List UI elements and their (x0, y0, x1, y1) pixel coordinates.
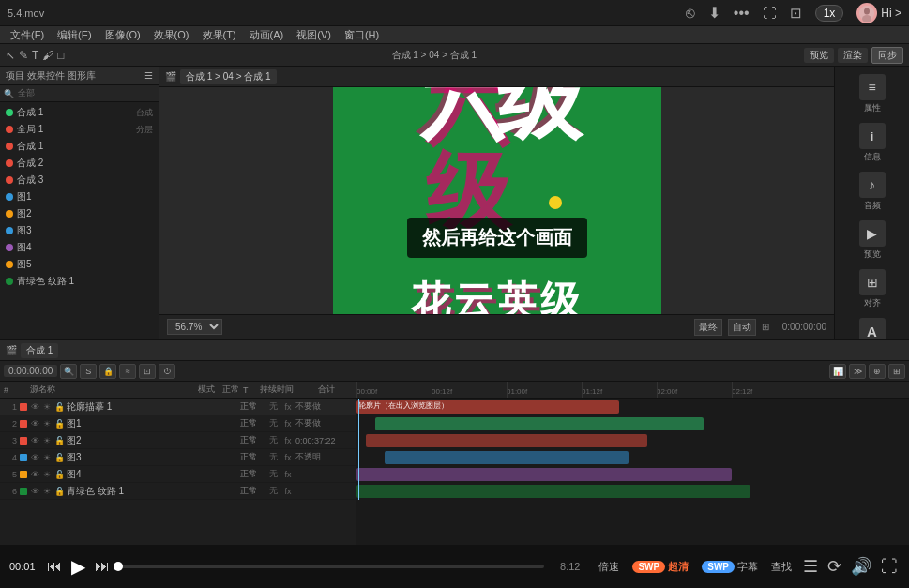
fx-icon[interactable]: fx (283, 402, 293, 412)
motion-dot[interactable] (549, 196, 562, 209)
toolbar-icon-pen[interactable]: ✎ (19, 49, 28, 62)
list-item[interactable]: 图3 (2, 222, 157, 239)
toolbar-icon-select[interactable]: ↖ (6, 49, 15, 62)
progress-thumb[interactable] (114, 562, 123, 571)
menu-image[interactable]: 图像(O) (98, 27, 147, 43)
toolbar-icon-brush[interactable]: 🖌 (42, 49, 53, 62)
menu-animate[interactable]: 动画(A) (243, 27, 291, 43)
user-avatar-btn[interactable]: Hi > (856, 3, 901, 23)
table-row[interactable]: 3 👁 ☀ 🔓 图2 正常 无 fx 0:00:37:22 (0, 432, 356, 449)
lock-icon[interactable]: 🔓 (54, 419, 64, 429)
list-item[interactable]: 图2 (2, 205, 157, 222)
tl-snap-btn[interactable]: ⊕ (869, 364, 886, 379)
preview-mode-select[interactable]: 最终 (694, 319, 722, 336)
fx-icon[interactable]: fx (283, 487, 293, 496)
list-btn[interactable]: ☰ (801, 554, 820, 579)
toolbar-sync-btn[interactable]: 同步 (871, 47, 903, 64)
zi-mu-btn[interactable]: SWP 字幕 (698, 558, 762, 576)
toolbar-icon-text[interactable]: T (32, 49, 38, 62)
menu-view[interactable]: 视图(V) (290, 27, 338, 43)
fx-icon[interactable]: fx (283, 453, 293, 462)
menu-file[interactable]: 文件(F) (4, 27, 51, 43)
solo-icon[interactable]: ☀ (42, 419, 52, 429)
next-frame-btn[interactable]: ⏭ (93, 556, 112, 577)
lock-icon[interactable]: 🔓 (54, 402, 64, 412)
comp-tab[interactable]: 合成 1 > 04 > 合成 1 (180, 69, 277, 84)
rp-properties[interactable]: ≡ 属性 (835, 70, 909, 118)
menu-edit[interactable]: 编辑(E) (51, 27, 98, 43)
table-row[interactable]: 6 👁 ☀ 🔓 青绿色 纹路 1 正常 无 fx (0, 483, 356, 500)
solo-icon[interactable]: ☀ (42, 487, 52, 496)
tl-collapse-btn[interactable]: ⊡ (139, 364, 156, 379)
pixel-ratio-select[interactable]: 自动 (728, 319, 756, 336)
fullscreen-btn[interactable]: ⛶ (879, 555, 900, 579)
rp-preview[interactable]: ▶ 预览 (835, 217, 909, 264)
exit-icon[interactable]: ⊡ (790, 5, 802, 22)
list-item[interactable]: 合成 1 (2, 138, 157, 155)
prev-frame-btn[interactable]: ⏮ (45, 556, 64, 577)
eye-icon[interactable]: 👁 (30, 487, 39, 496)
eye-icon[interactable]: 👁 (30, 470, 39, 479)
eye-icon[interactable]: 👁 (30, 453, 39, 462)
play-btn[interactable]: ▶ (69, 553, 87, 580)
tl-search-btn[interactable]: 🔍 (60, 364, 77, 379)
list-item[interactable]: 合成 2 (2, 155, 157, 172)
volume-btn[interactable]: 🔊 (849, 554, 873, 579)
progress-bar[interactable] (117, 565, 544, 568)
fx-icon[interactable]: fx (283, 436, 293, 445)
rp-info[interactable]: i 信息 (835, 119, 909, 167)
share-icon[interactable]: ⎋ (686, 5, 695, 22)
solo-icon[interactable]: ☀ (42, 453, 52, 462)
list-item[interactable]: 图5 (2, 256, 157, 273)
eye-icon[interactable]: 👁 (30, 436, 39, 445)
tl-lock-btn[interactable]: 🔒 (99, 364, 116, 379)
lock-icon[interactable]: 🔓 (54, 487, 64, 496)
fullscreen-icon[interactable]: ⛶ (763, 5, 777, 21)
rp-char[interactable]: A 字符 (835, 314, 909, 339)
toolbar-preview-btn[interactable]: 预览 (804, 48, 834, 63)
tl-flow-btn[interactable]: ≫ (849, 364, 866, 379)
tl-graph-btn[interactable]: 📊 (829, 364, 846, 379)
fx-icon[interactable]: fx (283, 419, 293, 429)
toolbar-render-btn[interactable]: 渲染 (838, 48, 868, 63)
solo-icon[interactable]: ☀ (42, 436, 52, 445)
table-row[interactable]: 1 👁 ☀ 🔓 轮廓描摹 1 正常 无 fx 不要做 (0, 399, 356, 415)
toolbar-icon-shape[interactable]: □ (57, 49, 64, 62)
timeline-comp-tab[interactable]: 合成 1 (21, 343, 58, 358)
list-item[interactable]: 图1 (2, 188, 157, 205)
eye-icon[interactable]: 👁 (30, 419, 39, 429)
tl-fps-btn[interactable]: ⏱ (159, 364, 175, 379)
menu-effect2[interactable]: 效果(T) (196, 27, 243, 43)
tl-shy-btn[interactable]: ≈ (119, 364, 136, 379)
more-icon[interactable]: ••• (734, 5, 750, 22)
table-row[interactable]: 5 👁 ☀ 🔓 图4 正常 无 fx (0, 466, 356, 483)
solo-icon[interactable]: ☀ (42, 402, 52, 412)
tl-option-btn[interactable]: ⊞ (888, 364, 905, 379)
list-item[interactable]: 合成 1 台成 (2, 104, 157, 121)
lock-icon[interactable]: 🔓 (54, 470, 64, 479)
eye-icon[interactable]: 👁 (30, 402, 39, 412)
list-item[interactable]: 图4 (2, 239, 157, 256)
list-item[interactable]: 青绿色 纹路 1 (2, 273, 157, 290)
rotate-btn[interactable]: ⟳ (826, 554, 843, 579)
fx-icon[interactable]: fx (283, 470, 293, 479)
resolution-btn[interactable]: ⊞ (762, 322, 769, 332)
chao-qing-btn[interactable]: SWP 超清 (629, 558, 692, 576)
table-row[interactable]: 4 👁 ☀ 🔓 图3 正常 无 fx 不透明 (0, 449, 356, 466)
list-item[interactable]: 全局 1 分层 (2, 121, 157, 138)
zoom-select[interactable]: 56.7% 100% 50% 25% (167, 319, 222, 335)
rp-audio[interactable]: ♪ 音频 (835, 168, 909, 216)
speed-btn[interactable]: 倍速 (595, 558, 623, 576)
rp-align[interactable]: ⊞ 对齐 (835, 265, 909, 313)
solo-icon[interactable]: ☀ (42, 470, 52, 479)
lock-icon[interactable]: 🔓 (54, 453, 64, 462)
lock-icon[interactable]: 🔓 (54, 436, 64, 445)
menu-window[interactable]: 窗口(H) (338, 27, 386, 43)
menu-effect1[interactable]: 效果(O) (147, 27, 196, 43)
left-panel-menu-icon[interactable]: ☰ (144, 70, 153, 81)
cha-zhao-btn[interactable]: 查找 (767, 558, 795, 576)
playhead[interactable] (358, 399, 359, 500)
preview-area[interactable]: 六级 六级 六级 花云英级 花云英级 (159, 87, 834, 314)
download-icon[interactable]: ⬇ (708, 4, 720, 22)
tl-solo-btn[interactable]: S (80, 364, 97, 379)
